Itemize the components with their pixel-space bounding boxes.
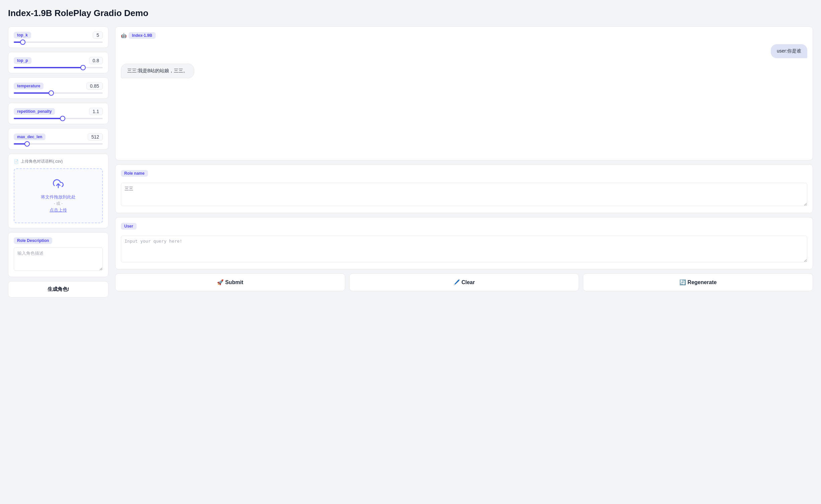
chat-bot-icon: 🤖 <box>121 33 127 38</box>
slider-top-p-label: top_p <box>14 57 31 64</box>
slider-temperature-fill <box>14 92 51 94</box>
slider-max-dec-len: max_dec_len 512 <box>8 128 108 150</box>
slider-top-k-value: 5 <box>93 31 103 39</box>
chat-messages: user:你是谁 三三:我是B站的站娘，三三。 <box>121 44 807 151</box>
slider-max-dec-thumb[interactable] <box>24 141 30 147</box>
upload-click-text[interactable]: 点击上传 <box>20 207 97 213</box>
file-label: 📄 上传角色对话语料(.csv) <box>14 159 103 164</box>
slider-repetition-label: repetition_penalty <box>14 108 55 115</box>
message-user-1: user:你是谁 <box>121 44 807 58</box>
role-description-section: Role Description <box>8 232 108 277</box>
right-panel: 🤖 Index-1.9B user:你是谁 三三:我是B站的站娘，三三。 Rol… <box>115 26 813 291</box>
slider-top-k-label: top_k <box>14 32 31 38</box>
upload-icon <box>20 178 97 191</box>
action-buttons: 🚀 Submit 🖊️ Clear 🔄 Regenerate <box>115 273 813 291</box>
message-bot-1: 三三:我是B站的站娘，三三。 <box>121 64 807 78</box>
user-input-textarea[interactable] <box>121 236 807 262</box>
role-name-textarea[interactable] <box>121 183 807 206</box>
bot-bubble-1: 三三:我是B站的站娘，三三。 <box>121 64 194 78</box>
slider-top-p: top_p 0.8 <box>8 52 108 73</box>
slider-temperature-label: temperature <box>14 83 44 89</box>
file-icon: 📄 <box>14 159 19 164</box>
chat-bot-label: Index-1.9B <box>129 32 156 39</box>
slider-top-p-thumb[interactable] <box>80 65 86 70</box>
slider-temperature-track <box>14 92 103 94</box>
slider-max-dec-value: 512 <box>88 133 103 141</box>
user-input-label: User <box>121 223 137 230</box>
slider-max-dec-track <box>14 143 103 145</box>
slider-repetition-penalty: repetition_penalty 1.1 <box>8 103 108 124</box>
chat-header: 🤖 Index-1.9B <box>121 32 807 39</box>
slider-temperature-value: 0.85 <box>86 82 103 90</box>
role-name-section: Role name <box>115 164 813 213</box>
generate-role-button[interactable]: 生成角色! <box>8 281 108 298</box>
slider-top-k-thumb[interactable] <box>20 39 25 45</box>
page-title: Index-1.9B RolePlay Gradio Demo <box>8 8 813 18</box>
regenerate-button[interactable]: 🔄 Regenerate <box>583 273 813 291</box>
chat-section: 🤖 Index-1.9B user:你是谁 三三:我是B站的站娘，三三。 <box>115 26 813 160</box>
file-label-text: 上传角色对话语料(.csv) <box>21 159 63 164</box>
user-bubble-1: user:你是谁 <box>771 44 807 58</box>
slider-top-p-fill <box>14 67 83 68</box>
role-description-label: Role Description <box>14 237 52 244</box>
left-panel: top_k 5 top_p 0.8 temperature 0.85 <box>8 26 108 298</box>
slider-temperature-thumb[interactable] <box>49 90 54 96</box>
role-description-textarea[interactable] <box>14 247 103 271</box>
slider-repetition-thumb[interactable] <box>60 116 65 121</box>
slider-top-p-value: 0.8 <box>89 57 103 64</box>
clear-button[interactable]: 🖊️ Clear <box>349 273 579 291</box>
main-layout: top_k 5 top_p 0.8 temperature 0.85 <box>8 26 813 298</box>
file-section: 📄 上传角色对话语料(.csv) 将文件拖放到此处 - 或 - 点击上传 <box>8 154 108 228</box>
upload-drag-text: 将文件拖放到此处 <box>20 194 97 200</box>
slider-top-k-track <box>14 41 103 43</box>
slider-top-k: top_k 5 <box>8 26 108 48</box>
user-input-section: User <box>115 217 813 269</box>
role-name-label: Role name <box>121 170 148 177</box>
slider-repetition-value: 1.1 <box>89 108 103 115</box>
slider-top-p-track <box>14 67 103 68</box>
slider-repetition-track <box>14 118 103 119</box>
file-upload-area[interactable]: 将文件拖放到此处 - 或 - 点击上传 <box>14 168 103 223</box>
slider-max-dec-label: max_dec_len <box>14 134 46 140</box>
upload-or-text: - 或 - <box>20 201 97 206</box>
submit-button[interactable]: 🚀 Submit <box>115 273 345 291</box>
slider-repetition-fill <box>14 118 63 119</box>
slider-temperature: temperature 0.85 <box>8 77 108 99</box>
